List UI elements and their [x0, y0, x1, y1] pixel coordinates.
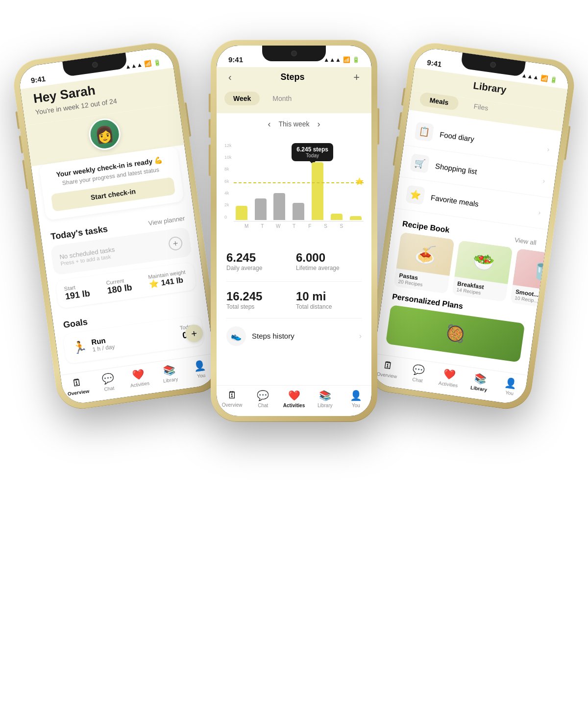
tab-month[interactable]: Month — [264, 92, 300, 105]
signal-icon-c: ▲▲▲ — [323, 56, 341, 63]
steps-title: Steps — [280, 72, 304, 82]
favorite-meals-label: Favorite meals — [430, 193, 532, 215]
wifi-icon-r: 📶 — [540, 74, 548, 82]
nav-you-label-r: You — [505, 390, 514, 396]
recipe-card-pasta[interactable]: 🍝 Pastas 20 Recipes — [393, 232, 455, 294]
total-steps-label: Total steps — [226, 303, 292, 310]
wifi-icon-c: 📶 — [343, 56, 350, 63]
x-label-w: W — [272, 223, 285, 229]
activities-icon-c: ❤️ — [288, 390, 300, 401]
phone-steps-screen: 9:41 ▲▲▲ 📶 🔋 ‹ Steps + Week Month — [217, 46, 371, 416]
favorite-meals-icon: ⭐ — [405, 185, 425, 205]
nav-activities-label: Activities — [130, 380, 150, 388]
goals-info: Run 1 h / day — [91, 335, 115, 353]
wifi-icon: 📶 — [144, 60, 152, 68]
recipe-card-smoothie[interactable]: 🥤 Smoot... 10 Recip... — [510, 248, 545, 306]
chart-with-labels: 0 2k 4k 6k 8k 10k 12k ⭐ — [224, 143, 364, 221]
battery-icon-c: 🔋 — [352, 56, 360, 63]
lifetime-avg-stat: 6.000 Lifetime average — [296, 247, 362, 275]
nav-activities-label-c: Activities — [283, 403, 305, 408]
power-button-r — [564, 125, 571, 160]
daily-avg-stat: 6.245 Daily average — [226, 247, 292, 275]
nav-activities-label-r: Activities — [438, 380, 458, 388]
battery-icon: 🔋 — [153, 58, 161, 66]
y-label-6k: 6k — [224, 179, 232, 184]
bottom-nav-library: 🗓 Overview 💬 Chat ❤️ Activities 📚 Librar… — [370, 353, 528, 405]
phone-library-inner: 9:41 ▲▲▲ 📶 🔋 Library Meals Files — [370, 46, 571, 405]
volume-down-button-c — [209, 119, 211, 138]
nav-library-label-r: Library — [470, 385, 488, 392]
volume-up-button-r — [401, 88, 406, 105]
nav-activities-c[interactable]: ❤️ Activities — [278, 390, 309, 408]
favorite-meals-chevron-icon: › — [538, 208, 541, 216]
next-week-button[interactable]: › — [318, 119, 320, 129]
mute-button-c — [209, 145, 211, 176]
nav-chat-r[interactable]: 💬 Chat — [402, 362, 435, 384]
phone-library: 9:41 ▲▲▲ 📶 🔋 Library Meals Files — [364, 39, 578, 412]
nav-overview-c[interactable]: 🗓 Overview — [217, 390, 247, 408]
nav-chat[interactable]: 💬 Chat — [92, 370, 125, 393]
food-diary-label: Food diary — [439, 130, 541, 152]
camera — [92, 61, 98, 68]
back-button[interactable]: ‹ — [228, 72, 232, 83]
bar-t2 — [293, 203, 304, 220]
x-label-m: M — [240, 223, 253, 229]
nav-library-r[interactable]: 📚 Library — [463, 370, 496, 393]
nav-overview-label-r: Overview — [376, 371, 397, 379]
y-axis-labels: 0 2k 4k 6k 8k 10k 12k — [224, 143, 232, 221]
steps-chart: 6.245 steps Today 0 2k 4k 6k 8k 10k 12k — [217, 143, 371, 241]
bar-s1 — [331, 214, 343, 220]
phones-container: 9:41 ▲▲▲ 📶 🔋 Hey Sarah You're in week 12… — [24, 25, 564, 686]
pasta-image: 🍝 — [396, 232, 454, 276]
nav-library[interactable]: 📚 Library — [153, 362, 186, 384]
steps-tabs: Week Month — [217, 92, 371, 113]
chat-icon-r: 💬 — [412, 363, 426, 376]
bottom-nav-steps: 🗓 Overview 💬 Chat ❤️ Activities 📚 Librar… — [217, 385, 371, 416]
bar-group-t1 — [252, 143, 269, 220]
chat-icon: 💬 — [101, 372, 115, 385]
nav-activities-r[interactable]: ❤️ Activities — [433, 366, 466, 389]
view-planner-link[interactable]: View planner — [148, 214, 185, 226]
tab-week[interactable]: Week — [224, 92, 260, 105]
nav-chat-c[interactable]: 💬 Chat — [247, 390, 278, 408]
nav-library-c[interactable]: 📚 Library — [310, 390, 341, 408]
camera-c — [291, 50, 297, 56]
bar-m — [236, 206, 247, 220]
bar-group-s1 — [328, 143, 344, 220]
goals-title: Goals — [63, 317, 88, 330]
add-task-button[interactable]: + — [168, 236, 183, 251]
nav-overview[interactable]: 🗓 Overview — [61, 375, 94, 397]
week-nav: ‹ This week › — [217, 113, 371, 133]
bar-t1 — [255, 198, 267, 220]
status-icons: ▲▲▲ 📶 🔋 — [124, 58, 161, 70]
view-all-button[interactable]: View all — [514, 236, 537, 246]
camera-r — [490, 61, 496, 68]
power-button-c — [377, 108, 379, 145]
bar-w — [273, 193, 285, 220]
daily-avg-label: Daily average — [226, 265, 292, 271]
steps-history-button[interactable]: 👟 Steps history › — [217, 319, 371, 354]
add-steps-button[interactable]: + — [353, 71, 360, 84]
you-icon-r: 👤 — [504, 376, 518, 389]
total-distance-label: Total distance — [296, 303, 362, 310]
power-button — [184, 102, 191, 137]
bar-s2 — [350, 216, 362, 220]
bar-group-f — [310, 143, 326, 220]
stat-goal: Maintain weight ⭐ 141 lb — [148, 269, 188, 290]
shopping-list-icon: 🛒 — [410, 153, 430, 173]
x-label-t1: T — [256, 223, 269, 229]
y-label-2k: 2k — [224, 202, 232, 207]
prev-week-button[interactable]: ‹ — [268, 119, 270, 129]
y-label-0: 0 — [224, 215, 232, 220]
nav-you-r[interactable]: 👤 You — [494, 375, 527, 397]
nav-overview-label-c: Overview — [222, 402, 243, 408]
steps-header: ‹ Steps + — [217, 67, 371, 92]
recipe-card-breakfast[interactable]: 🥗 Breakfast 14 Recipes — [452, 240, 513, 302]
bar-group-m — [234, 143, 250, 220]
nav-library-label: Library — [163, 376, 178, 383]
menu-items: 📋 Food diary › 🛒 Shopping list › ⭐ Favor… — [394, 110, 562, 234]
nav-you-c[interactable]: 👤 You — [341, 390, 371, 408]
x-label-s2: S — [335, 223, 348, 229]
y-label-4k: 4k — [224, 191, 232, 196]
nav-activities[interactable]: ❤️ Activities — [122, 366, 156, 389]
